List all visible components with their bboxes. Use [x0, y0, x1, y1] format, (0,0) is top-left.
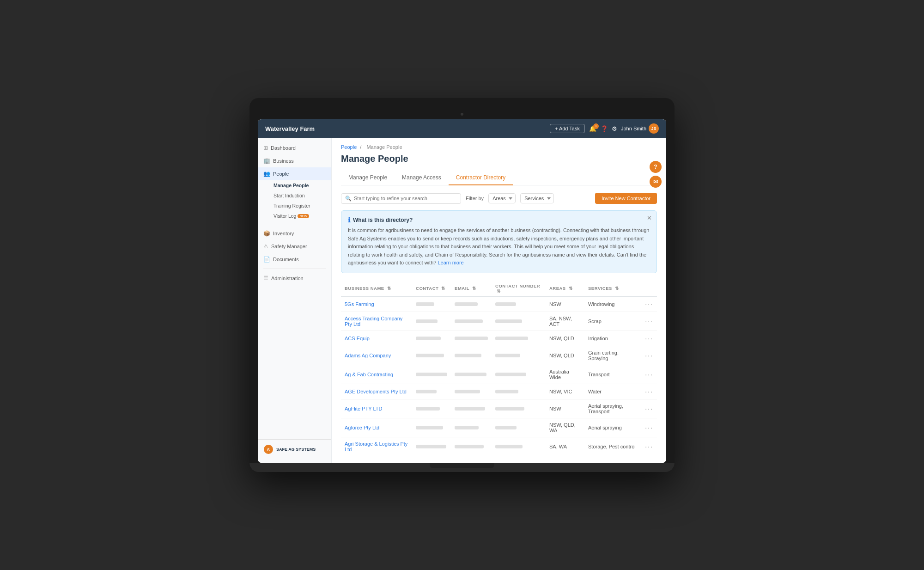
sort-email[interactable]: ⇅	[472, 286, 476, 291]
business-name-link[interactable]: Agforce Pty Ltd	[345, 425, 379, 430]
table-row: 5Gs Farming NSW Windrowing ···	[341, 296, 657, 312]
cell-actions: ···	[641, 346, 657, 365]
manage-people-label: Manage People	[274, 183, 309, 188]
search-input[interactable]	[354, 196, 457, 201]
main-content: ? ✉ People / Manage People Manage People…	[332, 138, 666, 463]
cell-contact-number	[492, 312, 546, 331]
cell-actions: ···	[641, 437, 657, 456]
sidebar-item-administration[interactable]: ☰ Administration	[258, 272, 331, 285]
learn-more-link[interactable]: Learn more	[438, 260, 463, 265]
row-actions-button[interactable]: ···	[645, 371, 653, 378]
table-row: AgFlite PTY LTD NSW Aerial spraying, Tra…	[341, 399, 657, 418]
cell-email	[451, 296, 492, 312]
admin-icon: ☰	[263, 275, 268, 282]
sidebar-item-dashboard[interactable]: ⊞ Dashboard	[258, 141, 331, 154]
cell-actions: ···	[641, 296, 657, 312]
cell-email	[451, 346, 492, 365]
sort-areas[interactable]: ⇅	[569, 286, 573, 291]
business-name-link[interactable]: Adams Ag Company	[345, 353, 391, 358]
business-name-link[interactable]: Access Trading Company Pty Ltd	[345, 316, 402, 327]
sidebar: ⊞ Dashboard 🏢 Business 👥 People Manage P…	[258, 138, 332, 463]
cell-business-name: Adams Ag Company	[341, 346, 412, 365]
cell-contact-number	[492, 384, 546, 399]
sidebar-item-business[interactable]: 🏢 Business	[258, 154, 331, 167]
row-actions-button[interactable]: ···	[645, 335, 653, 342]
app-header: Watervalley Farm + Add Task 🔔 1 ❓ ⚙ John…	[258, 119, 666, 138]
row-actions-button[interactable]: ···	[645, 443, 653, 450]
cell-areas: NSW, VIC	[546, 384, 584, 399]
business-icon: 🏢	[263, 158, 270, 164]
breadcrumb-current: Manage People	[366, 144, 402, 150]
business-name-link[interactable]: ACS Equip	[345, 336, 370, 341]
visitor-log-badge: NEW	[298, 214, 309, 218]
cell-contact-number	[492, 296, 546, 312]
table-body: 5Gs Farming NSW Windrowing ··· Access Tr…	[341, 296, 657, 456]
sort-contact[interactable]: ⇅	[441, 286, 445, 291]
sidebar-item-documents[interactable]: 📄 Documents	[258, 253, 331, 266]
sidebar-sub-manage-people[interactable]: Manage People	[270, 180, 331, 190]
row-actions-button[interactable]: ···	[645, 388, 653, 395]
tab-manage-people[interactable]: Manage People	[341, 171, 395, 185]
tab-contractor-directory[interactable]: Contractor Directory	[449, 171, 513, 185]
sort-business-name[interactable]: ⇅	[387, 286, 391, 291]
sidebar-item-inventory[interactable]: 📦 Inventory	[258, 227, 331, 240]
page-title: Manage People	[341, 153, 657, 164]
sort-contact-number[interactable]: ⇅	[497, 288, 501, 294]
cell-services: Grain carting, Spraying	[584, 346, 641, 365]
sidebar-sub-start-induction[interactable]: Start Induction	[270, 190, 331, 201]
table-row: Access Trading Company Pty Ltd SA, NSW, …	[341, 312, 657, 331]
safe-ag-logo-icon: S	[263, 444, 274, 454]
cell-actions: ···	[641, 365, 657, 384]
row-actions-button[interactable]: ···	[645, 405, 653, 412]
people-icon: 👥	[263, 171, 270, 177]
documents-icon: 📄	[263, 256, 270, 263]
floating-help-button[interactable]: ?	[650, 161, 662, 173]
cell-contact	[412, 399, 451, 418]
info-box-close-button[interactable]: ✕	[647, 215, 652, 221]
sidebar-divider-2	[263, 269, 326, 269]
add-task-button[interactable]: + Add Task	[550, 124, 585, 133]
floating-message-button[interactable]: ✉	[650, 176, 662, 188]
business-name-link[interactable]: Agri Storage & Logistics Pty Ltd	[345, 441, 407, 452]
cell-contact	[412, 346, 451, 365]
cell-services: Windrowing	[584, 296, 641, 312]
help-icon[interactable]: ❓	[601, 125, 608, 132]
services-filter[interactable]: Services	[520, 193, 554, 203]
business-name-link[interactable]: AGE Developments Pty Ltd	[345, 389, 407, 394]
business-name-link[interactable]: 5Gs Farming	[345, 301, 374, 307]
user-menu[interactable]: John Smith JS	[621, 123, 659, 134]
cell-actions: ···	[641, 312, 657, 331]
info-box: ✕ ℹ What is this directory? It is common…	[341, 210, 657, 273]
cell-business-name: Access Trading Company Pty Ltd	[341, 312, 412, 331]
areas-filter[interactable]: Areas	[488, 193, 516, 203]
cell-contact	[412, 365, 451, 384]
sidebar-item-safety-manager[interactable]: ⚠ Safety Manager	[258, 240, 331, 253]
breadcrumb-parent[interactable]: People	[341, 144, 357, 150]
row-actions-button[interactable]: ···	[645, 318, 653, 325]
settings-icon[interactable]: ⚙	[612, 125, 617, 132]
cell-contact	[412, 418, 451, 437]
cell-areas: SA, WA	[546, 437, 584, 456]
app-body: ⊞ Dashboard 🏢 Business 👥 People Manage P…	[258, 138, 666, 463]
notification-icon[interactable]: 🔔 1	[589, 125, 597, 132]
col-services: SERVICES ⇅	[584, 281, 641, 297]
business-name-link[interactable]: AgFlite PTY LTD	[345, 406, 383, 411]
row-actions-button[interactable]: ···	[645, 300, 653, 308]
sidebar-sub-training-register[interactable]: Training Register	[270, 201, 331, 211]
cell-email	[451, 365, 492, 384]
tab-manage-access[interactable]: Manage Access	[395, 171, 449, 185]
row-actions-button[interactable]: ···	[645, 424, 653, 431]
business-name-link[interactable]: Ag & Fab Contracting	[345, 372, 393, 377]
cell-areas: NSW, QLD, WA	[546, 418, 584, 437]
sort-services[interactable]: ⇅	[615, 286, 619, 291]
contractor-table: BUSINESS NAME ⇅ CONTACT ⇅ EMAIL ⇅	[341, 281, 657, 456]
cell-email	[451, 399, 492, 418]
sidebar-sub-visitor-log[interactable]: Visitor Log NEW	[270, 211, 331, 221]
sidebar-item-people[interactable]: 👥 People	[258, 167, 331, 180]
cell-business-name: 5Gs Farming	[341, 296, 412, 312]
search-input-wrapper: 🔍	[341, 193, 461, 204]
row-actions-button[interactable]: ···	[645, 352, 653, 359]
info-icon: ℹ	[348, 216, 350, 224]
invite-contractor-button[interactable]: Invite New Contractor	[595, 193, 657, 204]
table-row: Agri Storage & Logistics Pty Ltd SA, WA …	[341, 437, 657, 456]
